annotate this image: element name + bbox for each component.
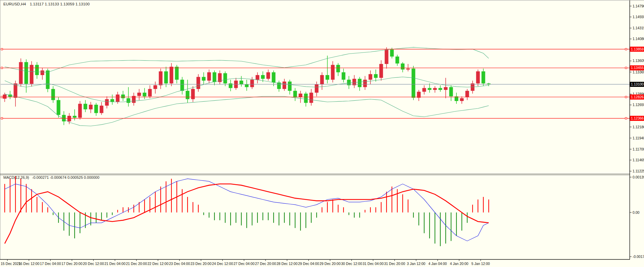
candle-body (121, 95, 125, 98)
price-tick-label: 1.11225 (633, 169, 644, 173)
candle-body (197, 77, 200, 89)
candle-body (245, 84, 249, 87)
candle-body (46, 70, 50, 89)
candle-body (401, 64, 405, 70)
hline-left-handle[interactable] (1, 67, 3, 69)
candle-body (186, 91, 190, 99)
price-badge-label: 1.13859 (631, 47, 644, 51)
time-tick-label: 4 Jan 20:00 (450, 262, 469, 266)
time-tick-label: 27 Dec 20:00 (255, 262, 276, 266)
candle-body (180, 80, 184, 91)
macd-tick-label: 0.00 (633, 210, 640, 214)
candle-body (336, 65, 340, 72)
price-tick-label: 1.12180 (633, 125, 644, 129)
candle-body (111, 99, 114, 102)
time-tick-label: 30 Dec 12:00 (341, 262, 362, 266)
hline-left-handle[interactable] (1, 48, 3, 50)
candle-body (482, 71, 485, 84)
hline-right-handle[interactable] (625, 67, 627, 69)
candle-body (369, 74, 372, 80)
candle-body (406, 69, 410, 70)
candle-body (57, 100, 61, 115)
candle-body (202, 77, 206, 80)
candle-body (331, 65, 335, 80)
price-tick-label: 1.12655 (633, 103, 644, 107)
time-tick-label: 16 Dec 12:00 (18, 262, 40, 266)
candle-body (304, 94, 308, 103)
candle-body (105, 99, 109, 105)
candle-body (68, 116, 71, 122)
candle-body (385, 49, 389, 64)
candle-body (428, 88, 432, 90)
candle-body (89, 105, 93, 109)
candle-body (293, 91, 297, 97)
price-tick-label: 1.14080 (633, 37, 644, 41)
candle-body (35, 65, 39, 75)
price-badge-label: 1.13455 (631, 66, 644, 70)
candle-body (207, 72, 211, 81)
candle-body (310, 93, 313, 103)
hline-left-handle[interactable] (1, 118, 3, 119)
candle-body (283, 81, 286, 89)
time-tick-label: 20 Dec 12:00 (83, 262, 104, 266)
macd-plot-area[interactable] (1, 175, 630, 259)
price-tick-label: 1.14555 (633, 15, 644, 19)
candle-body (267, 72, 270, 79)
price-badge-label: 1.12826 (631, 95, 644, 99)
hline-right-handle[interactable] (625, 96, 627, 98)
candle-body (78, 104, 82, 118)
candle-body (94, 105, 98, 113)
candle-body (250, 80, 254, 87)
candle-body (41, 70, 44, 75)
candle-body (272, 72, 276, 82)
candle-body (51, 89, 55, 100)
candle-body (374, 74, 378, 78)
candle-body (25, 62, 28, 84)
time-tick-label: 24 Dec 12:00 (212, 262, 233, 266)
candle-body (170, 67, 173, 84)
price-tick-label: 1.14315 (633, 26, 644, 30)
chart-window: EURUSD,H4 1.13117 1.13133 1.13059 1.1310… (0, 0, 644, 267)
candle-body (363, 80, 367, 87)
time-tick-label: 21 Dec 20:00 (126, 262, 147, 266)
time-tick-label: 5 Jan 12:00 (472, 262, 490, 266)
candle-body (213, 72, 216, 82)
hline-right-handle[interactable] (625, 48, 627, 50)
time-tick-label: 29 Dec 04:00 (298, 262, 319, 266)
hline-left-handle[interactable] (1, 96, 3, 98)
candle-body (256, 75, 259, 80)
time-tick-label: 23 Dec 04:00 (169, 262, 190, 266)
price-tick-label: 1.11465 (633, 158, 644, 162)
candle-body (412, 69, 415, 98)
time-tick-label: 28 Dec 12:00 (277, 262, 298, 266)
candle-body (100, 106, 104, 113)
time-tick-label: 23 Dec 20:00 (191, 262, 212, 266)
candle-body (261, 75, 265, 79)
symbol-timeframe-label: EURUSD,H4 (3, 2, 26, 6)
candle-body (466, 91, 469, 97)
candle-body (460, 98, 464, 101)
macd-name-label: MACD(12,26,9) (3, 175, 29, 179)
macd-tick-label: -0.001705 (633, 255, 644, 259)
candle-body (73, 116, 77, 118)
candle-body (191, 89, 195, 99)
candle-body (396, 57, 399, 64)
time-tick-label: 31 Dec 04:00 (363, 262, 384, 266)
time-tick-label: 15 Dec 2021 (1, 262, 21, 266)
candle-body (358, 79, 362, 87)
macd-indicator-title: MACD(12,26,9) -0.000271 -0.000674 0.0005… (3, 175, 99, 179)
time-tick-label: 21 Dec 04:00 (105, 262, 126, 266)
ohlc-values-label: 1.13117 1.13133 1.13059 1.13100 (30, 2, 90, 6)
time-tick-label: 27 Dec 04:00 (234, 262, 255, 266)
candle-body (422, 88, 426, 92)
time-tick-label: 29 Dec 20:00 (320, 262, 341, 266)
candle-body (224, 73, 227, 83)
candle-body (229, 84, 233, 88)
price-tick-label: 1.14790 (633, 4, 644, 8)
candle-body (116, 95, 120, 102)
candle-body (175, 67, 179, 80)
hline-right-handle[interactable] (625, 118, 627, 119)
candle-body (159, 71, 163, 85)
chart-canvas[interactable]: 1.147901.145551.143151.140801.136051.133… (0, 0, 644, 267)
candle-body (84, 104, 87, 109)
